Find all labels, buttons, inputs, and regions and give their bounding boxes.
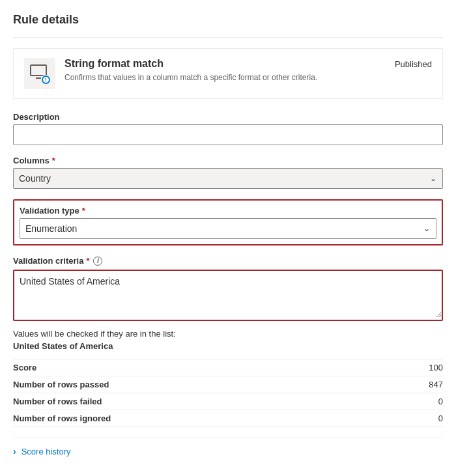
validation-type-highlighted-group: Validation type * Enumeration ⌄	[13, 199, 443, 245]
validation-criteria-textarea[interactable]: United States of America	[14, 271, 442, 318]
validation-criteria-label-row: Validation criteria * i	[13, 256, 443, 266]
description-label: Description	[13, 112, 443, 122]
validation-criteria-info-icon[interactable]: i	[93, 257, 102, 266]
columns-select-wrap: Country ⌄	[13, 168, 443, 189]
stat-score-label: Score	[13, 363, 36, 372]
badge-wrap: !	[41, 75, 50, 84]
columns-field-group: Columns * Country ⌄	[13, 156, 443, 189]
info-badge: !	[42, 76, 50, 84]
rule-icon-wrap: !	[24, 58, 55, 89]
table-row: Number of rows failed 0	[13, 393, 443, 410]
validation-type-required-star: *	[82, 206, 85, 216]
monitor-stand	[36, 76, 41, 79]
stat-rows-ignored-label: Number of rows ignored	[13, 413, 111, 423]
rule-description: Confirms that values in a column match a…	[64, 72, 386, 83]
page-container: Rule details ! String format match Confi…	[0, 0, 456, 476]
columns-select[interactable]: Country	[13, 168, 443, 189]
page-title: Rule details	[13, 13, 443, 27]
string-format-icon: !	[29, 63, 50, 84]
score-history-chevron-icon: ›	[13, 446, 16, 456]
description-field-group: Description	[13, 112, 443, 145]
rule-status: Published	[395, 58, 432, 69]
score-history-label: Score history	[21, 447, 71, 456]
title-divider	[13, 37, 443, 38]
table-row: Score 100	[13, 359, 443, 376]
validation-result-section: Values will be checked if they are in th…	[13, 329, 443, 427]
stat-rows-passed-label: Number of rows passed	[13, 380, 109, 389]
table-row: Number of rows passed 847	[13, 376, 443, 393]
description-input[interactable]	[13, 124, 443, 145]
columns-required-star: *	[52, 156, 55, 165]
stat-score-value: 100	[429, 363, 443, 372]
stat-rows-ignored-value: 0	[438, 413, 443, 423]
validation-criteria-required-star: *	[86, 256, 89, 266]
validation-type-label: Validation type *	[20, 206, 436, 216]
stats-table: Score 100 Number of rows passed 847 Numb…	[13, 359, 443, 427]
validation-result-description: Values will be checked if they are in th…	[13, 329, 443, 339]
rule-card: ! String format match Confirms that valu…	[13, 48, 443, 99]
rule-name: String format match	[64, 58, 386, 70]
validation-criteria-label: Validation criteria *	[13, 256, 89, 266]
table-row: Number of rows ignored 0	[13, 410, 443, 427]
stat-rows-passed-value: 847	[429, 380, 443, 389]
stat-rows-failed-value: 0	[438, 397, 443, 406]
validation-type-select[interactable]: Enumeration	[20, 218, 436, 239]
validation-result-value: United States of America	[13, 341, 443, 351]
validation-type-select-wrap: Enumeration ⌄	[20, 218, 436, 239]
stat-rows-failed-label: Number of rows failed	[13, 397, 102, 406]
score-history-row[interactable]: › Score history	[13, 438, 443, 464]
columns-label: Columns *	[13, 156, 443, 165]
validation-criteria-highlighted-group: United States of America	[13, 270, 443, 321]
rule-info: String format match Confirms that values…	[64, 58, 386, 83]
